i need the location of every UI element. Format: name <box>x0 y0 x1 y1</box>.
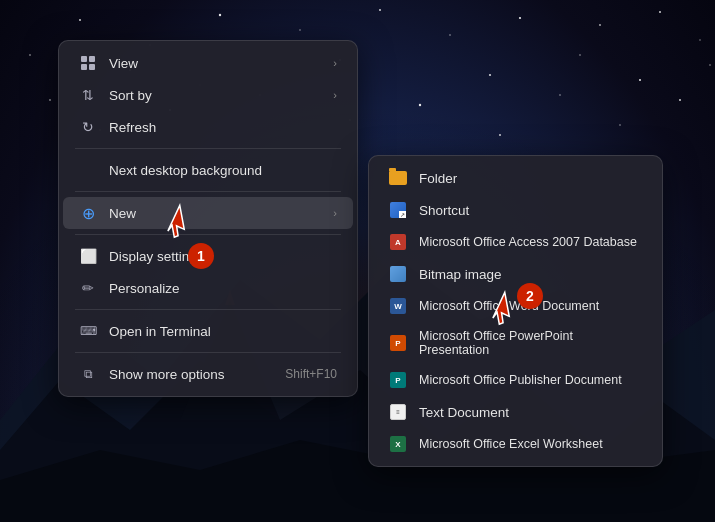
grid-icon <box>79 54 97 72</box>
submenu-new: Folder ↗ Shortcut A Microsoft Office Acc… <box>368 155 663 467</box>
submenu-word-label: Microsoft Office Word Document <box>419 299 599 313</box>
menu-item-new[interactable]: ⊕ New › <box>63 197 353 229</box>
access-icon: A <box>389 233 407 251</box>
menu-item-view[interactable]: View › <box>63 47 353 79</box>
chevron-right-icon-sort: › <box>333 89 337 101</box>
word-icon: W <box>389 297 407 315</box>
menu-item-terminal-label: Open in Terminal <box>109 324 337 339</box>
submenu-access-label: Microsoft Office Access 2007 Database <box>419 235 637 249</box>
personalize-icon: ✏ <box>79 279 97 297</box>
spacer-icon <box>79 161 97 179</box>
shortcut-label: Shift+F10 <box>285 367 337 381</box>
refresh-icon: ↻ <box>79 118 97 136</box>
menu-item-refresh-label: Refresh <box>109 120 337 135</box>
folder-icon <box>389 169 407 187</box>
chevron-right-icon-new: › <box>333 207 337 219</box>
terminal-icon: ⌨ <box>79 322 97 340</box>
submenu-item-bitmap[interactable]: Bitmap image <box>373 258 658 290</box>
submenu-text-label: Text Document <box>419 405 509 420</box>
submenu-item-shortcut[interactable]: ↗ Shortcut <box>373 194 658 226</box>
divider-5 <box>75 352 341 353</box>
menu-item-new-label: New <box>109 206 321 221</box>
menu-item-sort-label: Sort by <box>109 88 321 103</box>
new-circle-icon: ⊕ <box>79 204 97 222</box>
menu-item-personalize[interactable]: ✏ Personalize <box>63 272 353 304</box>
submenu-ppt-label: Microsoft Office PowerPoint Presentation <box>419 329 642 357</box>
submenu-item-folder[interactable]: Folder <box>373 162 658 194</box>
more-icon: ⧉ <box>79 365 97 383</box>
shortcut-icon: ↗ <box>389 201 407 219</box>
divider-1 <box>75 148 341 149</box>
menu-item-refresh[interactable]: ↻ Refresh <box>63 111 353 143</box>
sort-icon: ⇅ <box>79 86 97 104</box>
submenu-item-excel[interactable]: X Microsoft Office Excel Worksheet <box>373 428 658 460</box>
submenu-item-access[interactable]: A Microsoft Office Access 2007 Database <box>373 226 658 258</box>
context-menu: View › ⇅ Sort by › ↻ Refresh Next deskto… <box>58 40 358 397</box>
menu-item-display-label: Display settings <box>109 249 337 264</box>
pub-icon: P <box>389 371 407 389</box>
menu-item-view-label: View <box>109 56 321 71</box>
submenu-item-publisher[interactable]: P Microsoft Office Publisher Document <box>373 364 658 396</box>
menu-item-personalize-label: Personalize <box>109 281 337 296</box>
menu-item-more-label: Show more options <box>109 367 273 382</box>
submenu-excel-label: Microsoft Office Excel Worksheet <box>419 437 603 451</box>
badge-2: 2 <box>517 283 543 309</box>
menu-item-next-bg-label: Next desktop background <box>109 163 337 178</box>
submenu-folder-label: Folder <box>419 171 457 186</box>
submenu-item-ppt[interactable]: P Microsoft Office PowerPoint Presentati… <box>373 322 658 364</box>
display-icon: ⬜ <box>79 247 97 265</box>
submenu-item-word[interactable]: W Microsoft Office Word Document <box>373 290 658 322</box>
menu-item-more-options[interactable]: ⧉ Show more options Shift+F10 <box>63 358 353 390</box>
divider-3 <box>75 234 341 235</box>
submenu-shortcut-label: Shortcut <box>419 203 469 218</box>
menu-item-next-bg[interactable]: Next desktop background <box>63 154 353 186</box>
menu-item-terminal[interactable]: ⌨ Open in Terminal <box>63 315 353 347</box>
menu-item-sort-by[interactable]: ⇅ Sort by › <box>63 79 353 111</box>
excel-icon: X <box>389 435 407 453</box>
chevron-right-icon: › <box>333 57 337 69</box>
ppt-icon: P <box>389 334 407 352</box>
txt-icon: ≡ <box>389 403 407 421</box>
badge-1: 1 <box>188 243 214 269</box>
submenu-item-text[interactable]: ≡ Text Document <box>373 396 658 428</box>
divider-2 <box>75 191 341 192</box>
submenu-bitmap-label: Bitmap image <box>419 267 502 282</box>
submenu-pub-label: Microsoft Office Publisher Document <box>419 373 622 387</box>
divider-4 <box>75 309 341 310</box>
bitmap-icon <box>389 265 407 283</box>
